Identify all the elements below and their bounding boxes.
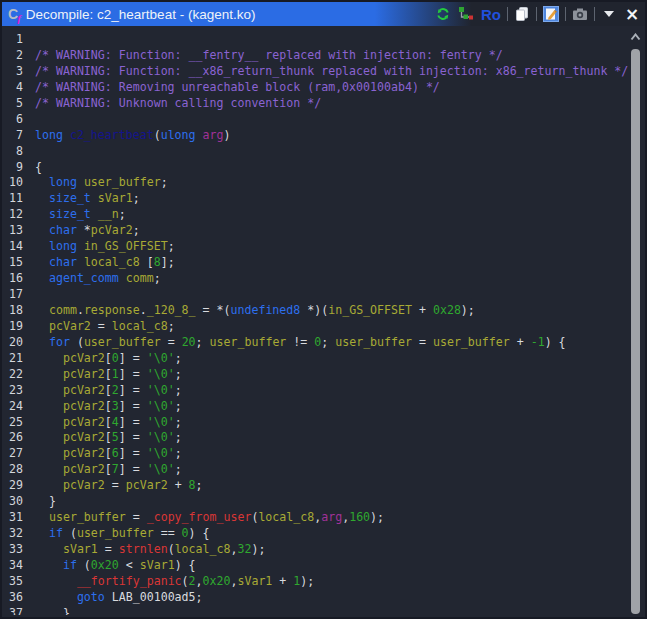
code-text: pcVar2[3] = '\0';: [35, 399, 182, 415]
code-line[interactable]: 25 pcVar2[4] = '\0';: [6, 415, 623, 431]
code-line[interactable]: 34 if (0x20 < sVar1) {: [6, 558, 623, 574]
menu-dropdown-triangle: [604, 11, 614, 17]
line-number: 1: [6, 32, 23, 48]
decompiler-icon-f: f: [17, 12, 21, 24]
line-number: 19: [6, 319, 23, 335]
code-line[interactable]: 16 agent_comm comm;: [6, 271, 623, 287]
line-number: 36: [6, 590, 23, 606]
line-number: 28: [6, 462, 23, 478]
code-text: long user_buffer;: [35, 175, 168, 191]
line-number: 7: [6, 128, 23, 144]
code-line[interactable]: 33 sVar1 = strnlen(local_c8,32);: [6, 542, 623, 558]
code-line[interactable]: 9{: [6, 160, 623, 176]
code-line[interactable]: 37 }: [6, 606, 623, 615]
line-number: 32: [6, 526, 23, 542]
code-line[interactable]: 27 pcVar2[6] = '\0';: [6, 446, 623, 462]
code-text: /* WARNING: Unknown calling convention *…: [35, 96, 321, 112]
code-line[interactable]: 18 comm.response._120_8_ = *(undefined8 …: [6, 303, 623, 319]
code-text: pcVar2 = local_c8;: [35, 319, 175, 335]
code-line[interactable]: 8: [6, 144, 623, 160]
code-text: sVar1 = strnlen(local_c8,32);: [35, 542, 265, 558]
code-text: char *pcVar2;: [35, 223, 140, 239]
line-number: 34: [6, 558, 23, 574]
edit-icon[interactable]: [542, 5, 560, 23]
code-line[interactable]: 30 }: [6, 494, 623, 510]
code-text: pcVar2[6] = '\0';: [35, 446, 182, 462]
code-line[interactable]: 14 long in_GS_OFFSET;: [6, 239, 623, 255]
code-text: pcVar2[4] = '\0';: [35, 415, 182, 431]
code-line[interactable]: 22 pcVar2[1] = '\0';: [6, 367, 623, 383]
line-number: 17: [6, 287, 23, 303]
code-line[interactable]: 31 user_buffer = _copy_from_user(local_c…: [6, 510, 623, 526]
copy-icon-svg: [514, 6, 530, 22]
copy-icon[interactable]: [513, 5, 531, 23]
code-line[interactable]: 4/* WARNING: Removing unreachable block …: [6, 80, 623, 96]
code-area[interactable]: 12/* WARNING: Function: __fentry__ repla…: [4, 28, 643, 615]
code-line[interactable]: 5/* WARNING: Unknown calling convention …: [6, 96, 623, 112]
line-number: 10: [6, 175, 23, 191]
code-text: __fortify_panic(2,0x20,sVar1 + 1);: [35, 574, 314, 590]
refresh-icon[interactable]: [434, 5, 452, 23]
code-line[interactable]: 1: [6, 32, 623, 48]
line-number: 20: [6, 335, 23, 351]
code-line[interactable]: 35 __fortify_panic(2,0x20,sVar1 + 1);: [6, 574, 623, 590]
code-text: if (user_buffer == 0) {: [35, 526, 210, 542]
code-line[interactable]: 6: [6, 112, 623, 128]
code-line[interactable]: 17: [6, 287, 623, 303]
titlebar[interactable]: Cf Decompile: c2_heartbeat - (kagent.ko): [2, 2, 645, 26]
code-line[interactable]: 15 char local_c8 [8];: [6, 255, 623, 271]
code-line[interactable]: 11 size_t sVar1;: [6, 191, 623, 207]
line-number: 13: [6, 223, 23, 239]
code-line[interactable]: 19 pcVar2 = local_c8;: [6, 319, 623, 335]
code-line[interactable]: 2/* WARNING: Function: __fentry__ replac…: [6, 48, 623, 64]
snapshot-icon[interactable]: [571, 5, 589, 23]
code-line[interactable]: 32 if (user_buffer == 0) {: [6, 526, 623, 542]
code-line[interactable]: 36 goto LAB_00100ad5;: [6, 590, 623, 606]
code-line[interactable]: 13 char *pcVar2;: [6, 223, 623, 239]
scrollbar-thumb[interactable]: [631, 49, 640, 614]
code-text: pcVar2[2] = '\0';: [35, 383, 182, 399]
close-icon[interactable]: ×: [623, 5, 641, 23]
line-number: 25: [6, 415, 23, 431]
snapshot-icon-svg: [572, 6, 588, 22]
scroll-up-icon[interactable]: [629, 30, 642, 44]
titlebar-actions: Ro: [434, 5, 641, 23]
line-number: 2: [6, 48, 23, 64]
code-text: user_buffer = _copy_from_user(local_c8,a…: [35, 510, 384, 526]
line-number: 5: [6, 96, 23, 112]
decompiler-icon: Cf: [8, 6, 21, 22]
code-text: }: [35, 494, 56, 510]
ro-label[interactable]: Ro: [480, 6, 502, 23]
line-number: 6: [6, 112, 23, 128]
code-text: pcVar2[1] = '\0';: [35, 367, 182, 383]
line-number: 4: [6, 80, 23, 96]
code-line[interactable]: 24 pcVar2[3] = '\0';: [6, 399, 623, 415]
code-text: pcVar2[7] = '\0';: [35, 462, 182, 478]
code-line[interactable]: 10 long user_buffer;: [6, 175, 623, 191]
graph-icon[interactable]: [457, 5, 475, 23]
code-line[interactable]: 20 for (user_buffer = 20; user_buffer !=…: [6, 335, 623, 351]
code-line[interactable]: 3/* WARNING: Function: __x86_return_thun…: [6, 64, 623, 80]
code-line[interactable]: 12 size_t __n;: [6, 207, 623, 223]
code-line[interactable]: 23 pcVar2[2] = '\0';: [6, 383, 623, 399]
code-text: /* WARNING: Function: __fentry__ replace…: [35, 48, 503, 64]
line-number: 29: [6, 478, 23, 494]
code-line[interactable]: 26 pcVar2[5] = '\0';: [6, 430, 623, 446]
line-number: 33: [6, 542, 23, 558]
scrollbar[interactable]: [629, 30, 642, 615]
line-number: 18: [6, 303, 23, 319]
code-text: }: [35, 606, 70, 615]
code-text: comm.response._120_8_ = *(undefined8 *)(…: [35, 303, 475, 319]
line-number: 8: [6, 144, 23, 160]
refresh-icon-svg: [435, 6, 451, 22]
line-number: 23: [6, 383, 23, 399]
code-line[interactable]: 21 pcVar2[0] = '\0';: [6, 351, 623, 367]
menu-dropdown-icon[interactable]: [600, 5, 618, 23]
line-number: 14: [6, 239, 23, 255]
code-line[interactable]: 29 pcVar2 = pcVar2 + 8;: [6, 478, 623, 494]
code-line[interactable]: 7long c2_heartbeat(ulong arg): [6, 128, 623, 144]
code-text: long in_GS_OFFSET;: [35, 239, 175, 255]
code-line[interactable]: 28 pcVar2[7] = '\0';: [6, 462, 623, 478]
line-number: 12: [6, 207, 23, 223]
line-number: 16: [6, 271, 23, 287]
